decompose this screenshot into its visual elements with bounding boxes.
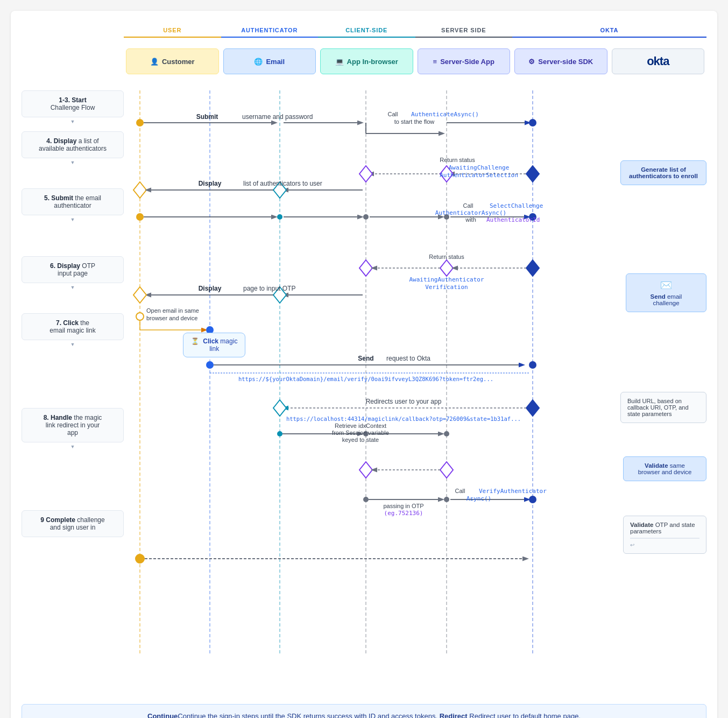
actor-okta: okta [612, 48, 705, 74]
server-app-label: Server-Side App [440, 58, 494, 66]
svg-text:page to input OTP: page to input OTP [243, 285, 295, 292]
click-magic-link-box: ⏳ Click magiclink [183, 333, 245, 357]
svg-marker-78 [273, 400, 286, 416]
svg-text:Send: Send [358, 355, 373, 362]
lane-okta: OKTA [512, 27, 706, 38]
lanes-header: USER AUTHENTICATOR CLIENT-SIDE SERVER SI… [124, 27, 706, 38]
step-8: 8. Handle the magiclink redirect in your… [22, 408, 124, 442]
step-6: 6. Display OTPinput page [22, 256, 124, 283]
step-7: 7. Click theemail magic link [22, 313, 124, 340]
validate-otp-box: Validate OTP and state parameters ↩ [623, 516, 706, 554]
svg-text:Call: Call [388, 111, 398, 117]
svg-text:username and password: username and password [242, 113, 313, 121]
svg-marker-60 [133, 287, 146, 303]
svg-text:Async(): Async() [467, 495, 491, 502]
validate-browser-box: Validate samebrowser and device [623, 456, 706, 481]
svg-text:Verification: Verification [425, 284, 468, 291]
svg-marker-50 [440, 260, 453, 276]
svg-text:https://localhost:44314/magicl: https://localhost:44314/magiclink/callba… [286, 416, 521, 422]
svg-point-95 [444, 497, 449, 502]
svg-point-63 [136, 313, 144, 320]
svg-marker-24 [526, 166, 539, 182]
svg-text:Display: Display [199, 285, 222, 292]
svg-text:passing in OTP: passing in OTP [383, 503, 423, 509]
generate-list-box: Generate list of authenticators to enrol… [620, 160, 706, 185]
customer-icon: 👤 [150, 58, 159, 66]
svg-text:request to Okta: request to Okta [386, 355, 430, 362]
svg-text:AuthenticatorSelection: AuthenticatorSelection [440, 172, 518, 179]
svg-point-71 [529, 361, 536, 369]
lane-client: CLIENT-SIDE [318, 27, 415, 38]
svg-point-43 [444, 214, 449, 220]
steps-sidebar: 1-3. Start Challenge Flow 4. Display a l… [22, 90, 124, 693]
diagram-area: Submit username and password Call Authen… [124, 90, 706, 693]
svg-text:AwaitingChallenge: AwaitingChallenge [449, 164, 510, 171]
svg-marker-76 [526, 400, 539, 416]
svg-point-30 [136, 186, 144, 194]
svg-text:VerifyAuthenticator: VerifyAuthenticator [479, 488, 547, 495]
svg-text:(eg.752136): (eg.752136) [384, 510, 423, 517]
actor-server-sdk: ⚙ Server-side SDK [514, 48, 607, 74]
svg-text:to start the flow: to start the flow [394, 118, 435, 125]
lane-authenticator: AUTHENTICATOR [221, 27, 319, 38]
svg-marker-90 [359, 462, 372, 478]
app-icon: 💻 [335, 58, 344, 66]
app-label: App In-browser [347, 58, 398, 66]
svg-text:https://${yourOktaDomain}/emai: https://${yourOktaDomain}/email/verify/0… [238, 376, 493, 382]
svg-point-42 [363, 214, 369, 220]
svg-point-6 [136, 119, 144, 126]
svg-point-35 [136, 213, 144, 221]
svg-point-69 [206, 361, 214, 369]
step-1: 1-3. Start Challenge Flow [22, 90, 124, 117]
step-9: 9 Complete challengeand sign user in [22, 510, 124, 537]
actors-row: 👤 Customer 🌐 Email 💻 App In-browser ≡ Se… [124, 48, 706, 74]
svg-text:with: with [465, 216, 476, 223]
svg-point-41 [277, 214, 282, 220]
svg-text:Return status: Return status [429, 254, 464, 260]
server-app-icon: ≡ [433, 58, 437, 66]
customer-label: Customer [162, 58, 195, 66]
svg-text:Retrieve idxContext: Retrieve idxContext [335, 423, 386, 429]
svg-text:Call: Call [455, 488, 465, 494]
lane-server: SERVER SIDE [415, 27, 513, 38]
diagram-container: USER AUTHENTICATOR CLIENT-SIDE SERVER SI… [11, 11, 717, 718]
svg-point-18 [529, 119, 536, 126]
actor-email: 🌐 Email [223, 48, 316, 74]
server-sdk-icon: ⚙ [528, 58, 535, 66]
svg-text:keyed to state: keyed to state [342, 437, 379, 443]
svg-point-40 [529, 213, 536, 221]
actor-customer: 👤 Customer [126, 48, 219, 74]
svg-text:browser and device: browser and device [146, 315, 197, 321]
build-url-box: Build URL, based on callback URI, OTP, a… [620, 392, 706, 423]
svg-point-97 [529, 496, 536, 503]
email-envelope-icon: ✉️ [633, 279, 699, 291]
svg-text:from Session variable: from Session variable [332, 430, 389, 436]
svg-text:Open email in same: Open email in same [146, 307, 199, 314]
email-icon: 🌐 [254, 58, 263, 66]
svg-text:Return status: Return status [440, 157, 475, 163]
svg-marker-31 [133, 182, 146, 198]
svg-text:AwaitingAuthenticator: AwaitingAuthenticator [409, 276, 484, 283]
email-label: Email [266, 58, 285, 66]
svg-text:Submit: Submit [196, 113, 218, 121]
svg-text:Call: Call [463, 202, 473, 209]
main-content: 1-3. Start Challenge Flow 4. Display a l… [22, 90, 706, 693]
loading-icon: ⏳ [191, 337, 199, 345]
svg-marker-58 [273, 287, 286, 303]
continue-arrow: ↩ [630, 538, 699, 548]
svg-point-83 [363, 431, 369, 437]
svg-text:Redirects user to your app: Redirects user to your app [366, 398, 442, 405]
send-email-box: ✉️ Send emailchallenge [626, 273, 706, 312]
svg-point-81 [277, 431, 282, 437]
svg-text:AuthenticatorAsync(): AuthenticatorAsync() [435, 209, 506, 216]
svg-marker-22 [359, 166, 372, 182]
server-sdk-label: Server-side SDK [538, 58, 593, 66]
actor-server-app: ≡ Server-Side App [418, 48, 511, 74]
svg-marker-23 [440, 166, 453, 182]
svg-marker-51 [359, 260, 372, 276]
svg-point-93 [363, 497, 369, 502]
svg-marker-89 [440, 462, 453, 478]
svg-point-85 [444, 431, 449, 437]
svg-text:Display: Display [199, 180, 222, 187]
step-4: 4. Display a list ofavailable authentica… [22, 131, 124, 158]
